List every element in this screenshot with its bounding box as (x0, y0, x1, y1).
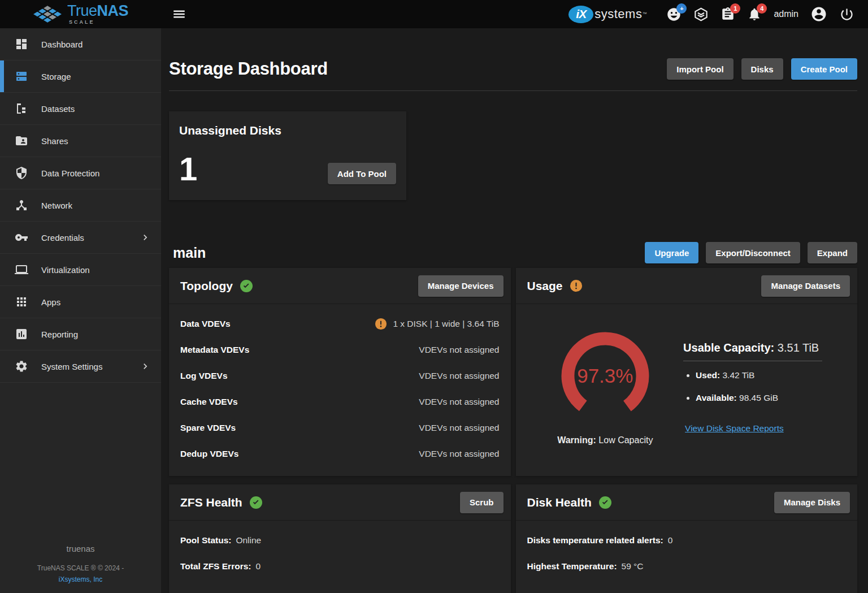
sidebar-item-storage[interactable]: Storage (0, 60, 161, 93)
pool-status-row: Pool Status: Online (180, 527, 500, 553)
highest-temp-row: Highest Temperature: 59 °C (527, 553, 847, 579)
feedback-badge: + (676, 3, 687, 14)
warning-circle-icon (375, 318, 387, 330)
page-header: Storage Dashboard Import Pool Disks Crea… (169, 28, 857, 91)
power-icon (839, 7, 854, 22)
usage-card: Usage Manage Datasets 97.3% Warning: (516, 268, 858, 476)
warning-circle-icon (570, 279, 583, 292)
zfs-health-card: ZFS Health Scrub Pool Status: Online Tot… (169, 484, 511, 593)
manage-devices-button[interactable]: Manage Devices (418, 275, 504, 297)
account-button[interactable] (810, 6, 827, 23)
jobs-button[interactable]: 1 (721, 7, 735, 21)
export-disconnect-button[interactable]: Export/Disconnect (706, 242, 800, 263)
chevron-right-icon (140, 232, 151, 243)
truecommand-button[interactable] (693, 7, 709, 22)
unassigned-disks-card: Unassigned Disks 1 Add To Pool (169, 111, 406, 200)
create-pool-button[interactable]: Create Pool (791, 58, 857, 80)
sidebar-hostname: truenas (0, 544, 161, 553)
usage-gauge: 97.3% (555, 326, 656, 426)
import-pool-button[interactable]: Import Pool (667, 58, 733, 80)
username[interactable]: admin (774, 9, 798, 19)
pool-header: main Upgrade Export/Disconnect Expand (169, 242, 857, 263)
sidebar-footer: truenas TrueNAS SCALE ® © 2024 - iXsyste… (0, 544, 161, 593)
available-row: Available: 98.45 GiB (696, 393, 846, 403)
chevron-right-icon (140, 361, 151, 372)
network-hub-icon (15, 198, 28, 212)
usable-capacity: Usable Capacity: 3.51 TiB (683, 341, 822, 361)
ixsystems-logo: iX systems ™ (568, 6, 646, 23)
zfs-health-title: ZFS Health (180, 496, 242, 509)
sidebar-item-dashboard[interactable]: Dashboard (0, 28, 161, 60)
check-circle-icon (598, 496, 612, 509)
check-circle-icon (240, 279, 253, 293)
feedback-button[interactable]: + (666, 7, 682, 22)
sidebar-item-reporting[interactable]: Reporting (0, 318, 161, 350)
storage-icon (15, 70, 28, 83)
vdev-row-log: Log VDEVs VDEVs not assigned (180, 363, 500, 389)
check-circle-icon (249, 496, 263, 509)
truecommand-icon (693, 7, 709, 22)
unassigned-disks-title: Unassigned Disks (179, 124, 396, 137)
sidebar-item-datasets[interactable]: Datasets (0, 93, 161, 125)
topology-card: Topology Manage Devices Data VDEVs 1 x D… (169, 268, 511, 476)
sidebar-item-network[interactable]: Network (0, 189, 161, 222)
pool-name: main (173, 245, 206, 261)
sidebar-item-credentials[interactable]: Credentials (0, 222, 161, 254)
truenas-logo-icon (33, 4, 62, 24)
hamburger-button[interactable] (172, 7, 186, 21)
pool-cards-grid: Topology Manage Devices Data VDEVs 1 x D… (169, 268, 857, 593)
sidebar-company-link[interactable]: iXsystems, Inc (59, 575, 102, 583)
account-circle-icon (810, 6, 827, 23)
dashboard-icon (15, 37, 28, 51)
truenas-brand[interactable]: TrueNAS SCALE (0, 3, 161, 25)
used-row: Used: 3.42 TiB (696, 370, 846, 380)
disks-button[interactable]: Disks (741, 58, 783, 80)
jobs-badge: 1 (730, 3, 740, 14)
sidebar-item-data-protection[interactable]: Data Protection (0, 157, 161, 189)
bar-chart-icon (15, 327, 28, 341)
disk-health-card: Disk Health Manage Disks Disks temperatu… (516, 484, 858, 593)
manage-datasets-button[interactable]: Manage Datasets (761, 275, 850, 297)
add-to-pool-button[interactable]: Add To Pool (328, 163, 396, 184)
shared-folder-icon (15, 134, 28, 148)
vdev-row-metadata: Metadata VDEVs VDEVs not assigned (180, 337, 500, 363)
upgrade-button[interactable]: Upgrade (645, 242, 698, 263)
apps-grid-icon (15, 295, 28, 309)
sidebar-copyright: TrueNAS SCALE ® © 2024 - (0, 563, 161, 574)
page-title: Storage Dashboard (169, 59, 328, 79)
pool-actions: Upgrade Export/Disconnect Expand (645, 242, 857, 263)
laptop-icon (15, 263, 28, 276)
vdev-row-cache: Cache VDEVs VDEVs not assigned (180, 389, 500, 415)
vdev-row-data: Data VDEVs 1 x DISK | 1 wide | 3.64 TiB (180, 311, 500, 337)
shield-icon (15, 166, 28, 180)
view-disk-space-reports-link[interactable]: View Disk Space Reports (685, 423, 784, 434)
sidebar-item-apps[interactable]: Apps (0, 286, 161, 318)
datasets-icon (15, 102, 28, 115)
sidebar-item-virtualization[interactable]: Virtualization (0, 254, 161, 286)
alerts-badge: 4 (757, 3, 767, 14)
vdev-row-spare: Spare VDEVs VDEVs not assigned (180, 415, 500, 441)
vdev-row-dedup: Dedup VDEVs VDEVs not assigned (180, 441, 500, 467)
gear-icon (15, 360, 28, 373)
main-content: Storage Dashboard Import Pool Disks Crea… (161, 28, 868, 593)
unassigned-disks-count: 1 (179, 153, 197, 184)
scrub-button[interactable]: Scrub (460, 492, 504, 513)
page-actions: Import Pool Disks Create Pool (667, 58, 857, 80)
key-icon (15, 231, 28, 244)
menu-icon (172, 7, 186, 21)
topbar: TrueNAS SCALE iX systems ™ + (0, 0, 868, 28)
usage-warning: Warning: Low Capacity (557, 435, 653, 445)
disk-health-title: Disk Health (527, 496, 592, 509)
brand-text: TrueNAS SCALE (67, 3, 128, 25)
sidebar-item-shares[interactable]: Shares (0, 125, 161, 157)
gauge-percent: 97.3% (555, 326, 656, 426)
temp-alerts-row: Disks temperature related alerts: 0 (527, 527, 847, 553)
expand-button[interactable]: Expand (808, 242, 857, 263)
manage-disks-button[interactable]: Manage Disks (774, 492, 850, 513)
sidebar-item-system-settings[interactable]: System Settings (0, 350, 161, 383)
power-button[interactable] (839, 7, 854, 22)
ix-logo-mark: iX (568, 6, 593, 23)
sidebar: Dashboard Storage Datasets Shares Data P… (0, 28, 161, 593)
brand-scale-label: SCALE (67, 20, 128, 25)
alerts-button[interactable]: 4 (747, 7, 762, 21)
